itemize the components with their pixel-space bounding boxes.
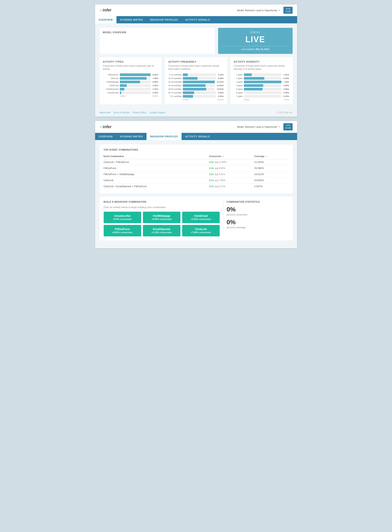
stat-conversion-value: 0% [227,206,289,212]
bar-row: 72+ activities 4.55% [168,95,224,98]
user-line2: ACME [285,127,291,130]
chart-axis: 0.00% 7.40% [234,99,289,101]
activity-btn-unsubscribe[interactable]: Unsubscribe +0.4% conversion [104,212,141,223]
top-events-title: TOP EVENT COMBINATIONS [104,149,289,151]
model-label: Model: Behavior Lead to Opportunity [237,126,277,128]
footer: About Infer Terms of Service Privacy Pol… [95,109,297,117]
model-overview-panel: MODEL OVERVIEW [100,28,215,54]
activity-types-panel: ACTIVITY TYPES Conversion of leads which… [100,57,162,104]
bar-row: 24-36 activities 15.01% [168,80,224,83]
chart-axis: 0.00% 8.82% [103,95,159,97]
event-combination: FillOutForm [104,165,209,171]
header: ✓ infer Model: Behavior Lead to Opportun… [95,121,297,133]
stat-coverage-label: percent coverage [227,226,289,229]
event-combination: ClickLink + EmailOpened + FillOutForm [104,183,209,189]
stat-coverage: 0% percent coverage [227,219,289,229]
activity-btn-clickemail[interactable]: ClickEmail +2.02% conversion [182,212,220,223]
status-updated: Last Updated: Mar 18, 2016 [221,46,289,51]
footer-link-terms[interactable]: Terms of Service [113,111,130,114]
model-selector[interactable]: Model: Behavior Lead to Opportunity ▼ [237,9,280,12]
bar-row: 5 types 3.66% [234,88,289,90]
logo: ✓ infer [100,125,112,129]
bar-row: 2 types 4.03% [234,77,289,80]
event-combination: FillOutForm + VisitWebpage [104,171,209,177]
col-coverage[interactable]: Coverage ⇕ [254,154,289,159]
build-panel: BUILD A BEHAVIOR COMBINATION Click an ac… [104,201,220,236]
activity-diversity-chart: 1 types 1.55% 2 types 4.03% 3 types [234,73,289,98]
bar-row: 60-72 activities 5.06% [168,91,224,94]
header-right: Model: Behavior Lead to Opportunity ▼ Sc… [237,123,292,130]
bar-row: VisitWebpage 5.85% [103,80,159,83]
event-combination: ClickLink + FillOutForm [104,159,209,165]
nav-item-overview[interactable]: OVERVIEW [95,16,117,23]
activity-btn-clicklink[interactable]: ClickLink +7.66% conversion [182,225,220,236]
coverage-cell: 19.012% [254,171,289,177]
footer-copyright: © 2015 Infer Inc [276,111,292,114]
bar-row: 48-60 activities 10.92% [168,88,224,90]
stats-title: COMBINATION STATISTICS [227,201,289,203]
nav-bar: OVERVIEW SCORING MATRIX BEHAVIOR PROFILE… [95,16,297,23]
nav-item-scoring[interactable]: SCORING MATRIX [117,16,147,23]
top-panels: MODEL OVERVIEW STATUS LIVE Last Updated:… [100,28,293,54]
bar-row: 12-24 activities 6.59% [168,77,224,80]
footer-link-about[interactable]: About Infer [100,111,111,114]
overview-content: MODEL OVERVIEW STATUS LIVE Last Updated:… [95,23,297,109]
nav-item-scoring[interactable]: SCORING MATRIX [117,133,147,140]
activity-types-desc: Conversion of leads which have a particu… [103,64,159,71]
stats-panel: COMBINATION STATISTICS 0% percent conver… [223,201,289,232]
header-right: Model: Behavior Lead to Opportunity ▼ Sc… [237,7,292,14]
col-conversion[interactable]: Conversion ⇕ [209,154,254,159]
status-label: STATUS [250,31,260,34]
conversion-cell: 2.5xavg 7.66% [209,177,254,183]
build-combination-block: BUILD A BEHAVIOR COMBINATION Click an ac… [100,197,293,240]
table-row: ClickLink + FillOutForm 4.0xavg 11.99% 1… [104,159,289,165]
logo-text: infer [103,125,112,129]
activity-btn-visitwebpage[interactable]: VisitWebpage +5.85% conversion [143,212,180,223]
event-combination: ClickLink [104,177,209,183]
activity-btn-filloutform[interactable]: FillOutForm +8.82% conversion [104,225,141,236]
table-row: FillOutForm + VisitWebpage 2.8xavg 8.41%… [104,171,289,177]
bar-row: EmailOpened 1.32% [103,88,159,90]
build-title: BUILD A BEHAVIOR COMBINATION [104,201,220,203]
chart-axis: 0.00% 15.01% [168,99,224,101]
activity-btn-emailopened[interactable]: EmailOpened +1.32% conversion [143,225,180,236]
coverage-cell: 19.503% [254,177,289,183]
model-selector[interactable]: Model: Behavior Lead to Opportunity ▼ [237,126,280,128]
activity-frequency-panel: ACTIVITY FREQUENCY Conversion of leads w… [165,57,227,104]
user-badge[interactable]: Scott ACME [283,123,292,130]
table-row: ClickLink + EmailOpened + FillOutForm 2.… [104,183,289,189]
nav-item-activity[interactable]: ACTIVITY SIGNALS [182,16,213,23]
nav-item-behavior[interactable]: BEHAVIOR PROFILES [146,133,182,140]
nav-item-behavior[interactable]: BEHAVIOR PROFILES [146,16,182,23]
page-wrapper: ✓ infer Model: Behavior Lead to Opportun… [95,5,297,248]
bar-row: ClickEmail 2.02% [103,84,159,87]
activity-types-title: ACTIVITY TYPES [103,61,159,63]
user-badge[interactable]: Scott ACME [283,7,292,14]
logo-text: infer [103,8,112,13]
dropdown-arrow-icon: ▼ [278,9,280,11]
bar-row: 0-12 activities 2.20% [168,73,224,76]
footer-link-privacy[interactable]: Privacy Policy [133,111,146,114]
nav-item-activity[interactable]: ACTIVITY SIGNALS [182,133,213,140]
status-value: LIVE [246,35,265,44]
logo: ✓ infer [100,8,112,13]
footer-link-contact[interactable]: Contact Support [149,111,165,114]
coverage-cell: 5.507% [254,183,289,189]
build-desc: Click an activity below to begin buildin… [104,206,220,208]
table-header-row: Event Combination Conversion ⇕ Coverage … [104,154,289,159]
coverage-cell: 29.386% [254,165,289,171]
events-table-body: ClickLink + FillOutForm 4.0xavg 11.99% 1… [104,159,289,189]
footer-links: About Infer Terms of Service Privacy Pol… [100,111,166,114]
user-line2: ACME [285,10,291,13]
nav-item-overview[interactable]: OVERVIEW [95,133,117,140]
events-table: Event Combination Conversion ⇕ Coverage … [104,154,289,189]
activity-frequency-chart: 0-12 activities 2.20% 12-24 activities 6… [168,73,224,98]
table-row: ClickLink 2.5xavg 7.66% 19.503% [104,177,289,183]
bar-row: 1 types 1.55% [234,73,289,76]
bar-row: 36-48 activities 10.60% [168,84,224,87]
bar-row: ClickLink 7.66% [103,77,159,80]
bar-row: Unsubscribe 0.40% [103,91,159,94]
coverage-cell: 11.543% [254,159,289,165]
stat-conversion: 0% percent conversion [227,206,289,216]
bar-row: 6 types 0.00% [234,91,289,94]
